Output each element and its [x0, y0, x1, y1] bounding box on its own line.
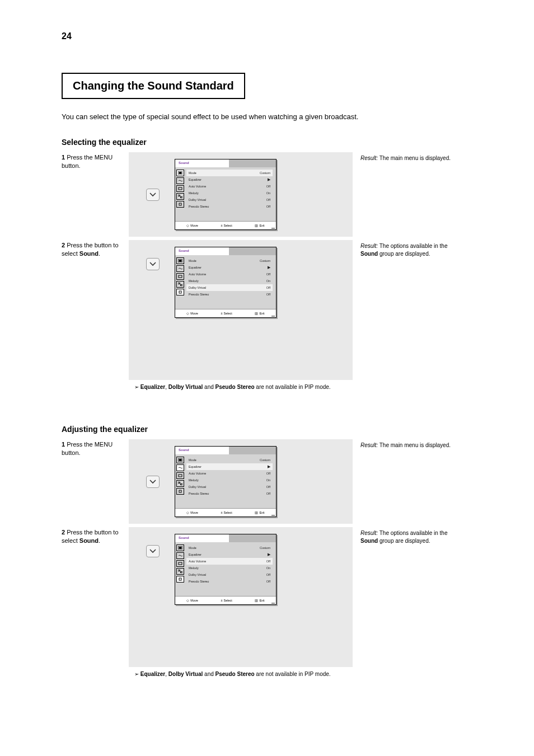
- step-4-block: 2 Press the button to select Sound. Soun…: [62, 527, 484, 667]
- down-button[interactable]: [146, 258, 160, 270]
- osd-icon-column: [175, 454, 185, 508]
- setup-category-icon: [176, 480, 184, 487]
- step-4-text: 2 Press the button to select Sound.: [62, 527, 129, 545]
- osd-footer: ◇ Move ± Select ▥ Exit: [175, 596, 276, 604]
- function-category-icon: [176, 576, 184, 583]
- channel-category-icon: [176, 185, 184, 192]
- osd-row-melody[interactable]: MelodyOn: [186, 190, 273, 196]
- down-button[interactable]: [146, 476, 160, 488]
- step-2-result: Result: The options available in the Sou…: [353, 240, 456, 258]
- osd-row-pseudo[interactable]: Pseudo StereoOff: [186, 490, 273, 497]
- chevron-down-icon: [149, 262, 156, 266]
- step-3-number: 1: [62, 441, 65, 448]
- svg-rect-11: [179, 291, 181, 293]
- osd-row-mode[interactable]: ModeCustom: [186, 170, 273, 176]
- channel-category-icon: [176, 273, 184, 280]
- osd-row-melody[interactable]: MelodyOn: [186, 278, 273, 284]
- pip-note-1: ➢ Equalizer, Dolby Virtual and Pseudo St…: [134, 383, 425, 391]
- osd-row-equalizer[interactable]: Equalizer▶: [186, 551, 273, 558]
- osd-title-text: Sound: [175, 159, 229, 167]
- osd-row-pseudo[interactable]: Pseudo StereoOff: [186, 203, 273, 210]
- sound-category-icon: [176, 177, 184, 184]
- svg-rect-8: [179, 275, 182, 278]
- osd-footer: ◇ Move ± Select ▥ Exit: [175, 508, 276, 516]
- osd-row-melody[interactable]: MelodyOn: [186, 565, 273, 571]
- step-2-number: 2: [62, 242, 65, 248]
- step-1-number: 1: [62, 154, 65, 161]
- svg-rect-2: [179, 187, 182, 190]
- step-1-block: 1 Press the MENU button. Sound: [62, 152, 484, 237]
- osd-row-dolby[interactable]: Dolby VirtualOff: [186, 483, 273, 490]
- osd-row-equalizer[interactable]: Equalizer▶: [186, 264, 273, 271]
- osd-row-auto-volume[interactable]: Auto VolumeOff: [186, 470, 273, 477]
- down-button[interactable]: [146, 189, 160, 201]
- osd-icon-column: [175, 542, 185, 596]
- osd-row-auto-volume[interactable]: Auto VolumeOff: [186, 183, 273, 190]
- page-number: 24: [62, 31, 72, 41]
- step-1-body: Press the MENU button.: [62, 154, 113, 169]
- osd-title-tab: [229, 447, 276, 454]
- osd-footer-move: ◇ Move: [186, 223, 198, 228]
- step-1-result: Result: The main menu is displayed.: [353, 152, 456, 162]
- osd-row-auto-volume[interactable]: Auto VolumeOff: [186, 271, 273, 278]
- osd-menu: ModeCustom Equalizer▶ Auto VolumeOff Mel…: [185, 454, 276, 508]
- svg-rect-14: [179, 475, 182, 477]
- osd-row-pseudo[interactable]: Pseudo StereoOff: [186, 291, 273, 298]
- step-3-block: 1 Press the MENU button. Sound: [62, 439, 484, 524]
- picture-category-icon: [176, 457, 184, 463]
- sound-category-icon: [176, 552, 184, 559]
- osd-title-tab: [229, 534, 276, 542]
- osd-footer-exit: ▥ Exit: [255, 311, 264, 316]
- svg-rect-7: [179, 260, 182, 262]
- function-category-icon: [176, 289, 184, 295]
- chevron-right-icon: ▶: [268, 464, 270, 469]
- svg-rect-9: [178, 283, 180, 284]
- osd-row-dolby[interactable]: Dolby VirtualOff: [186, 196, 273, 203]
- chevron-right-icon: ▶: [268, 177, 270, 182]
- osd-dialog: Sound ModeCustom Equalizer▶ Auto Volu: [175, 159, 277, 230]
- step-4-number: 2: [62, 529, 65, 536]
- step-2-block: 2 Press the button to select Sound. Soun…: [62, 240, 484, 380]
- panel-step-4: Sound ModeCustom Equalizer▶ Auto Volu: [129, 527, 353, 667]
- osd-row-equalizer[interactable]: Equalizer▶: [186, 176, 273, 183]
- osd-row-auto-volume[interactable]: Auto VolumeOff: [186, 558, 273, 565]
- down-button[interactable]: [146, 545, 160, 557]
- step-4-result: Result: The options available in the Sou…: [353, 527, 456, 545]
- osd-row-equalizer[interactable]: Equalizer▶: [186, 463, 273, 470]
- osd-row-mode[interactable]: ModeCustom: [186, 544, 273, 551]
- osd-dialog: Sound ModeCustom Equalizer▶ Auto Volu: [175, 534, 277, 605]
- sound-category-icon: [176, 265, 184, 272]
- subheading-selecting-equalizer: Selecting the equalizer: [62, 138, 484, 147]
- step-2-text: 2 Press the button to select Sound.: [62, 240, 129, 258]
- svg-rect-20: [179, 562, 182, 565]
- osd-footer-move: ◇ Move: [186, 510, 198, 515]
- svg-rect-15: [178, 482, 180, 483]
- svg-rect-4: [181, 197, 183, 198]
- osd-row-dolby[interactable]: Dolby VirtualOff: [186, 571, 273, 578]
- svg-rect-1: [179, 172, 182, 174]
- setup-category-icon: [176, 281, 184, 288]
- osd-row-mode[interactable]: ModeCustom: [186, 257, 273, 264]
- osd-row-dolby[interactable]: Dolby VirtualOff: [186, 284, 273, 291]
- osd-title-text: Sound: [175, 247, 229, 255]
- osd-title-text: Sound: [175, 534, 229, 542]
- svg-rect-23: [179, 578, 181, 580]
- section-title: Changing the Sound Standard: [62, 73, 245, 99]
- osd-row-melody[interactable]: MelodyOn: [186, 477, 273, 483]
- svg-rect-5: [179, 203, 181, 205]
- svg-rect-16: [181, 484, 183, 485]
- setup-category-icon: [176, 193, 184, 200]
- osd-icon-column: [175, 255, 185, 309]
- osd-row-mode[interactable]: ModeCustom: [186, 457, 273, 463]
- svg-rect-17: [179, 490, 181, 492]
- svg-rect-22: [181, 572, 183, 573]
- osd-footer-select: ± Select: [221, 311, 232, 316]
- osd-row-pseudo[interactable]: Pseudo StereoOff: [186, 578, 273, 585]
- step-3-result: Result: The main menu is displayed.: [353, 439, 456, 449]
- pip-note-2: ➢ Equalizer, Dolby Virtual and Pseudo St…: [134, 670, 425, 678]
- chevron-right-icon: ▶: [268, 552, 270, 557]
- chevron-down-icon: [149, 549, 156, 553]
- osd-dialog: Sound ModeCustom Equalizer▶ Auto Volu: [175, 247, 277, 318]
- svg-rect-10: [181, 285, 183, 286]
- osd-title-text: Sound: [175, 447, 229, 454]
